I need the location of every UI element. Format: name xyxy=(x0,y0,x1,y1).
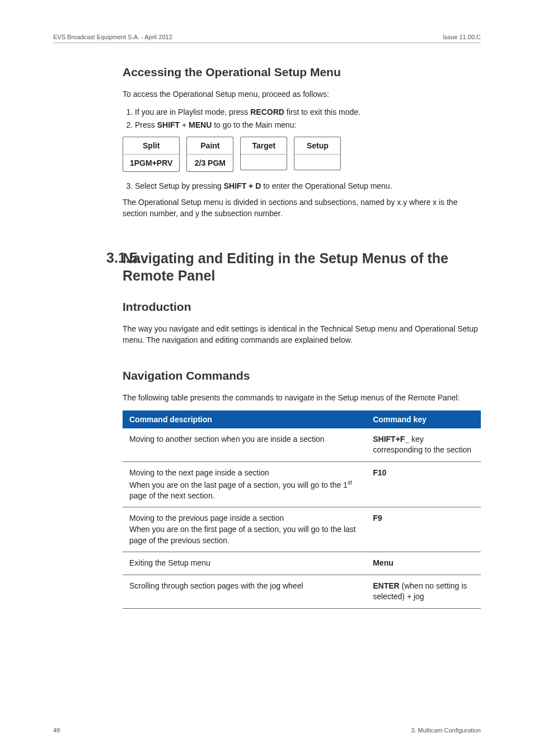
header-left: EVS Broadcast Equipment S.A. - April 201… xyxy=(53,34,172,40)
menu-btn-paint: Paint xyxy=(186,137,233,155)
table-row: Moving to the next page inside a section… xyxy=(123,462,481,507)
key-bold: F10 xyxy=(373,468,386,477)
introduction-text: The way you navigate and edit settings i… xyxy=(123,324,481,346)
step1-post: first to exit this mode. xyxy=(284,108,360,116)
desc-l2: When you are on the first page of a sect… xyxy=(129,525,356,545)
superscript-st: st xyxy=(348,479,352,486)
step3-post: to enter the Operational Setup menu. xyxy=(261,181,392,190)
table-row: Exiting the Setup menu Menu xyxy=(123,552,481,575)
menu-btn-23pgm: 2/3 PGM xyxy=(186,155,233,172)
heading-introduction: Introduction xyxy=(123,300,481,314)
footer-chapter: 3. Multicam Configuration xyxy=(411,727,481,734)
step-1: If you are in Playlist mode, press RECOR… xyxy=(135,107,481,118)
nav-commands-table: Command description Command key Moving t… xyxy=(123,410,481,609)
menu-btn-setup-blank xyxy=(294,155,341,170)
key-bold: ENTER xyxy=(373,581,399,590)
step2-b2: MENU xyxy=(189,120,212,129)
menu-btn-target-blank xyxy=(240,155,287,170)
footer-page-number: 49 xyxy=(53,727,60,734)
step-2: Press SHIFT + MENU to go to the Main men… xyxy=(135,120,481,131)
cell-key: F9 xyxy=(366,507,481,552)
menu-button-row: Split 1PGM+PRV Paint 2/3 PGM Target Setu… xyxy=(123,137,481,172)
nav-intro: The following table presents the command… xyxy=(123,393,481,404)
cell-key: ENTER (when no setting is selected) + jo… xyxy=(366,575,481,608)
document-page: EVS Broadcast Equipment S.A. - April 201… xyxy=(0,0,534,756)
key-bold: F9 xyxy=(373,514,382,522)
menu-btn-split: Split xyxy=(123,137,180,155)
cell-desc: Moving to another section when you are i… xyxy=(123,428,366,462)
accessing-steps-cont: Select Setup by pressing SHIFT + D to en… xyxy=(123,181,481,192)
heading-nav-commands: Navigation Commands xyxy=(123,369,481,382)
cell-desc: Exiting the Setup menu xyxy=(123,552,366,575)
desc-l1: Moving to the previous page inside a sec… xyxy=(129,514,284,522)
page-footer: 49 3. Multicam Configuration xyxy=(53,727,481,734)
step3-bold: SHIFT + D xyxy=(224,181,261,190)
page-header: EVS Broadcast Equipment S.A. - April 201… xyxy=(53,34,481,43)
table-row: Moving to the previous page inside a sec… xyxy=(123,507,481,552)
section-wrapper: 3.1.5. Navigating and Editing in the Set… xyxy=(53,250,481,609)
header-right: Issue 11.00.C xyxy=(443,34,481,40)
menu-col-paint: Paint 2/3 PGM xyxy=(186,137,233,172)
menu-col-split: Split 1PGM+PRV xyxy=(123,137,180,172)
menu-btn-1pgmprv: 1PGM+PRV xyxy=(123,155,180,172)
cell-key: Menu xyxy=(366,552,481,575)
table-header-row: Command description Command key xyxy=(123,410,481,428)
desc-l1: Moving to the next page inside a section xyxy=(129,468,269,477)
cell-desc: Scrolling through section pages with the… xyxy=(123,575,366,608)
step2-pre: Press xyxy=(135,120,157,129)
table-row: Scrolling through section pages with the… xyxy=(123,575,481,608)
step3-pre: Select Setup by pressing xyxy=(135,181,224,190)
section-number: 3.1.5. xyxy=(106,250,142,266)
menu-btn-target: Target xyxy=(240,137,287,155)
th-description: Command description xyxy=(123,410,366,428)
th-key: Command key xyxy=(366,410,481,428)
accessing-intro: To access the Operational Setup menu, pr… xyxy=(123,89,481,100)
accessing-note: The Operational Setup menu is divided in… xyxy=(123,197,481,219)
cell-key: SHIFT+F_ key corresponding to the sectio… xyxy=(366,428,481,462)
key-bold: SHIFT+F_ xyxy=(373,435,409,444)
cell-desc: Moving to the next page inside a section… xyxy=(123,462,366,507)
menu-col-setup: Setup xyxy=(294,137,341,172)
menu-btn-setup: Setup xyxy=(294,137,341,155)
key-bold: Menu xyxy=(373,558,394,567)
step2-b1: SHIFT xyxy=(157,120,180,129)
step1-bold: RECORD xyxy=(250,108,284,116)
desc-l2b: page of the next section. xyxy=(129,491,215,500)
step-3: Select Setup by pressing SHIFT + D to en… xyxy=(135,181,481,192)
step1-pre: If you are in Playlist mode, press xyxy=(135,108,250,116)
table-row: Moving to another section when you are i… xyxy=(123,428,481,462)
cell-key: F10 xyxy=(366,462,481,507)
menu-col-target: Target xyxy=(240,137,287,172)
section-accessing: Accessing the Operational Setup Menu To … xyxy=(123,66,481,220)
cell-desc: Moving to the previous page inside a sec… xyxy=(123,507,366,552)
step2-post: to go to the Main menu: xyxy=(212,120,296,129)
step2-mid: + xyxy=(180,120,189,129)
heading-major: Navigating and Editing in the Setup Menu… xyxy=(123,250,481,285)
accessing-steps: If you are in Playlist mode, press RECOR… xyxy=(123,107,481,131)
heading-accessing: Accessing the Operational Setup Menu xyxy=(123,66,481,79)
desc-l2a: When you are on the last page of a secti… xyxy=(129,480,348,489)
